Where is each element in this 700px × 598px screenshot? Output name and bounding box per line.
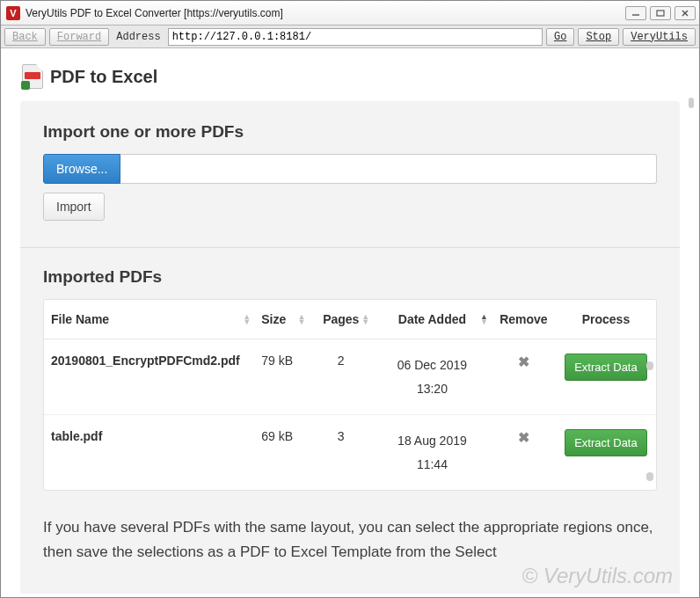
col-remove: Remove [492,300,556,339]
section-divider [20,247,680,248]
cell-size: 69 kB [254,415,309,491]
address-label: Address [113,31,164,43]
cell-file-name: 20190801_EncryptPDFCmd2.pdf [44,339,254,415]
cell-size: 79 kB [254,339,309,415]
sort-arrows-icon: ▲▼ [361,314,369,325]
extract-data-button[interactable]: Extract Data [565,429,647,456]
go-button[interactable]: Go [546,28,574,46]
sort-arrows-icon: ▲▼ [298,314,306,325]
footer-paragraph: If you have several PDFs with the same l… [43,515,657,563]
window-maximize-button[interactable] [650,6,671,20]
cell-date-added: 06 Dec 2019 13:20 [373,339,492,415]
table-scrollbar[interactable] [646,361,653,481]
remove-icon[interactable]: ✖ [518,430,529,445]
content-viewport: PDF to Excel Import one or more PDFs Bro… [4,48,696,594]
table-row: 20190801_EncryptPDFCmd2.pdf 79 kB 2 06 D… [44,339,656,415]
sort-arrows-icon: ▲▼ [480,314,488,325]
sort-arrows-icon: ▲▼ [243,314,251,325]
col-process: Process [556,300,656,339]
window-title: VeryUtils PDF to Excel Converter [https:… [26,7,625,19]
main-panel: Import one or more PDFs Browse... Import… [20,101,680,594]
viewport-scroll-indicator[interactable] [689,98,694,108]
extract-data-button[interactable]: Extract Data [565,354,647,381]
col-size[interactable]: Size ▲▼ [254,300,309,339]
remove-icon[interactable]: ✖ [518,354,529,369]
imported-pdfs-table: File Name ▲▼ Size ▲▼ Pages ▲▼ [43,299,657,491]
veryutils-button[interactable]: VeryUtils [623,28,696,46]
import-button[interactable]: Import [43,193,105,221]
file-path-field[interactable] [120,154,657,184]
stop-button[interactable]: Stop [578,28,619,46]
window-titlebar: V VeryUtils PDF to Excel Converter [http… [1,1,699,26]
forward-button[interactable]: Forward [49,28,109,46]
cell-file-name: table.pdf [44,415,254,491]
table-row: table.pdf 69 kB 3 18 Aug 2019 11:44 ✖ Ex… [44,415,656,491]
browser-toolbar: Back Forward Address Go Stop VeryUtils [1,26,699,48]
col-pages[interactable]: Pages ▲▼ [309,300,373,339]
browse-button[interactable]: Browse... [43,154,120,184]
pdf-to-excel-icon [22,64,43,89]
window-close-button[interactable] [674,6,696,20]
svg-rect-1 [657,11,664,16]
page-title: PDF to Excel [50,67,157,87]
imported-heading: Imported PDFs [43,267,657,287]
back-button[interactable]: Back [4,28,46,46]
app-icon: V [6,6,20,20]
address-input[interactable] [168,28,543,46]
cell-pages: 2 [309,339,373,415]
cell-pages: 3 [309,415,373,491]
col-file-name[interactable]: File Name ▲▼ [44,300,254,339]
cell-date-added: 18 Aug 2019 11:44 [373,415,492,491]
import-heading: Import one or more PDFs [43,122,657,142]
window-minimize-button[interactable] [625,6,646,20]
col-date-added[interactable]: Date Added ▲▼ [373,300,492,339]
